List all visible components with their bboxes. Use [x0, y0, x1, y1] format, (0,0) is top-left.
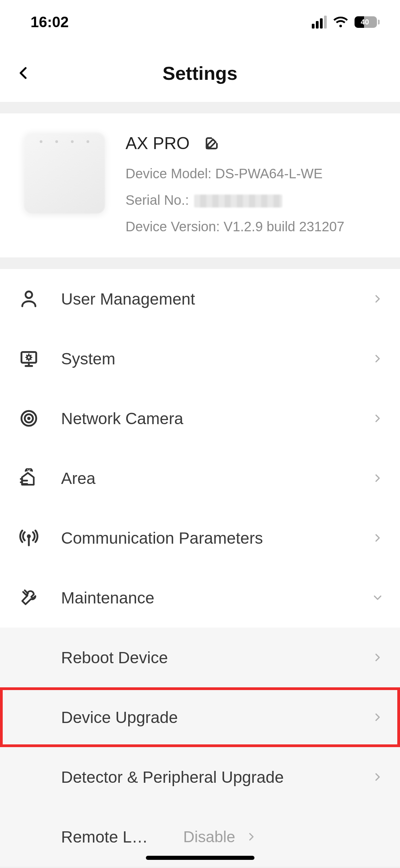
remote-l-value: Disable: [183, 828, 245, 846]
device-model-label: Device Model:: [126, 166, 211, 181]
antenna-icon: [19, 528, 47, 548]
user-management-label: User Management: [47, 290, 372, 308]
area-label: Area: [47, 469, 372, 488]
nav-bar: Settings: [0, 44, 400, 102]
device-info-card: AX PRO Device Model: DS-PWA64-L-WE Seria…: [0, 113, 400, 257]
device-version-label: Device Version:: [126, 219, 220, 234]
device-serial-row: Serial No.:: [126, 188, 384, 212]
cell-signal-icon: [312, 16, 327, 29]
status-time: 16:02: [31, 14, 69, 31]
device-model-value: DS-PWA64-L-WE: [215, 166, 323, 181]
system-label: System: [47, 349, 372, 368]
status-bar: 16:02 40: [0, 0, 400, 44]
detector-upgrade-label: Detector & Peripheral Upgrade: [61, 768, 372, 786]
page-title: Settings: [0, 62, 400, 84]
chevron-right-icon: [245, 831, 258, 843]
device-model-row: Device Model: DS-PWA64-L-WE: [126, 161, 384, 186]
chevron-right-icon: [372, 472, 384, 484]
device-serial-label: Serial No.:: [126, 193, 189, 207]
chevron-right-icon: [372, 651, 384, 664]
section-gap: [0, 257, 400, 269]
device-upgrade-row[interactable]: Device Upgrade: [0, 687, 400, 747]
maintenance-label: Maintenance: [47, 589, 372, 607]
status-right: 40: [312, 15, 380, 29]
chevron-right-icon: [372, 293, 384, 305]
maintenance-sublist: Reboot Device Device Upgrade Detector & …: [0, 628, 400, 867]
home-indicator: [146, 856, 254, 860]
user-management-row[interactable]: User Management: [0, 269, 400, 329]
communication-parameters-row[interactable]: Communication Parameters: [0, 508, 400, 568]
chevron-right-icon: [372, 532, 384, 544]
maintenance-row[interactable]: Maintenance: [0, 568, 400, 628]
device-upgrade-label: Device Upgrade: [61, 708, 372, 727]
chevron-right-icon: [372, 711, 384, 723]
section-gap: [0, 102, 400, 113]
area-row[interactable]: Area: [0, 448, 400, 508]
device-image: [24, 132, 105, 214]
device-version-value: V1.2.9 build 231207: [224, 219, 344, 234]
chevron-right-icon: [372, 352, 384, 365]
edit-name-button[interactable]: [203, 135, 220, 152]
battery-icon: 40: [355, 16, 380, 28]
network-camera-label: Network Camera: [47, 409, 372, 428]
device-serial-redacted: [194, 195, 282, 207]
remote-l-label: Remote L…: [61, 828, 183, 846]
system-icon: [19, 349, 47, 368]
svg-point-1: [25, 291, 32, 298]
chevron-right-icon: [372, 412, 384, 424]
wifi-icon: [333, 15, 348, 29]
section-gap: [0, 867, 400, 868]
user-icon: [19, 289, 47, 309]
svg-point-6: [27, 417, 31, 420]
device-version-row: Device Version: V1.2.9 build 231207: [126, 214, 384, 239]
chevron-right-icon: [372, 771, 384, 783]
settings-list: User Management System Network Camera Ar…: [0, 269, 400, 628]
communication-parameters-label: Communication Parameters: [47, 529, 372, 547]
reboot-device-row[interactable]: Reboot Device: [0, 628, 400, 687]
back-button[interactable]: [14, 63, 34, 83]
area-icon: [19, 468, 47, 488]
tools-icon: [19, 588, 47, 608]
network-camera-row[interactable]: Network Camera: [0, 388, 400, 448]
reboot-device-label: Reboot Device: [61, 648, 372, 667]
camera-icon: [19, 409, 47, 428]
detector-upgrade-row[interactable]: Detector & Peripheral Upgrade: [0, 747, 400, 807]
device-name: AX PRO: [126, 133, 190, 153]
chevron-down-icon: [372, 592, 384, 604]
system-row[interactable]: System: [0, 329, 400, 388]
